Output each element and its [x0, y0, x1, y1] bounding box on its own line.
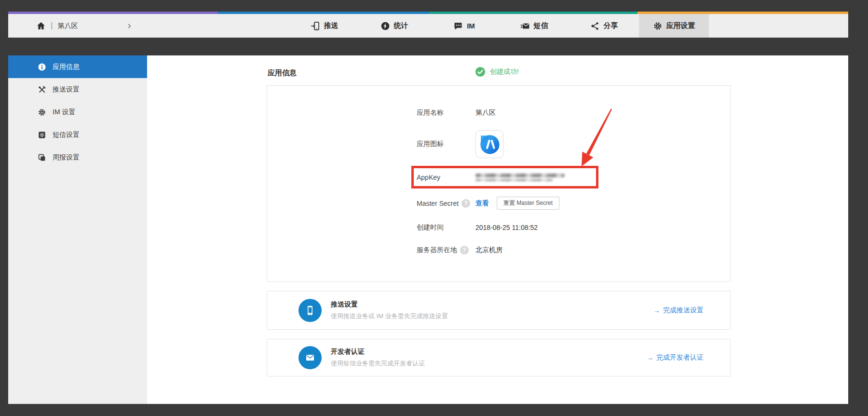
complete-push-settings-link[interactable]: → 完成推送设置: [653, 306, 704, 315]
card-subtitle: 使用推送业务或 IM 业务需先完成推送设置: [331, 312, 448, 321]
card-link-label: 完成推送设置: [663, 306, 704, 315]
info-icon: [38, 63, 46, 71]
push-settings-card: 推送设置 使用推送业务或 IM 业务需先完成推送设置 → 完成推送设置: [267, 291, 731, 330]
copies-icon: [38, 153, 46, 162]
envelope-icon: [298, 346, 322, 369]
breadcrumb: | 第八区: [36, 14, 133, 38]
sidebar-item-label: 短信设置: [53, 131, 80, 139]
sms-envelope-icon: [520, 21, 530, 31]
settings-sidebar: 应用信息 推送设置 IM 设置 短信设置 周报设置: [8, 55, 147, 404]
field-label: Master Secret ?: [417, 199, 475, 208]
card-link-label: 完成开发者认证: [656, 353, 704, 362]
field-appkey: AppKey: [417, 172, 720, 183]
chat-bubble-icon: [453, 21, 463, 31]
sidebar-item-label: 推送设置: [53, 85, 80, 94]
master-secret-label: Master Secret: [417, 200, 459, 207]
breadcrumb-separator: |: [51, 21, 53, 30]
success-badge: 创建成功!: [475, 67, 519, 77]
smartphone-icon: [298, 299, 322, 322]
nav-tabs: 推送 统计 IM 短信: [289, 14, 709, 38]
card-title: 开发者认证: [331, 348, 425, 356]
gear-icon: [653, 21, 663, 31]
appkey-masked-value: [475, 174, 565, 181]
tab-im[interactable]: IM: [429, 14, 499, 38]
complete-developer-verification-link[interactable]: → 完成开发者认证: [647, 353, 704, 362]
sidebar-item-push-settings[interactable]: 推送设置: [8, 78, 147, 101]
badge-gear-icon: [38, 131, 46, 139]
server-location-label: 服务器所在地: [417, 246, 457, 255]
tab-push[interactable]: 推送: [289, 14, 359, 38]
success-text: 创建成功!: [490, 67, 519, 76]
help-icon[interactable]: ?: [460, 246, 469, 255]
tab-app-settings[interactable]: 应用设置: [639, 14, 709, 38]
arrow-right-icon: →: [653, 307, 660, 314]
push-icon: [311, 21, 320, 31]
field-label: 应用名称: [417, 108, 475, 117]
field-master-secret: Master Secret ? 查看 重置 Master Secret: [417, 197, 720, 210]
breadcrumb-app-name[interactable]: 第八区: [57, 22, 78, 30]
server-location-value: 北京机房: [475, 246, 502, 255]
field-app-name: 应用名称 第八区: [417, 107, 720, 119]
tab-share[interactable]: 分享: [569, 14, 639, 38]
arrow-right-icon: →: [647, 354, 653, 362]
tab-stats[interactable]: 统计: [359, 14, 429, 38]
help-icon[interactable]: ?: [461, 199, 470, 208]
card-subtitle: 使用短信业务需先完成开发者认证: [331, 359, 425, 368]
field-created-time: 创建时间 2018-08-25 11:08:52: [417, 222, 720, 233]
sidebar-item-label: IM 设置: [53, 108, 75, 117]
chevron-right-icon[interactable]: [126, 23, 133, 29]
stats-icon: [380, 21, 390, 31]
tab-label: 分享: [604, 21, 618, 30]
tab-sms[interactable]: 短信: [499, 14, 569, 38]
field-label: AppKey: [417, 174, 475, 181]
sidebar-item-weekly-report-settings[interactable]: 周报设置: [8, 146, 147, 169]
app-icon-image[interactable]: [475, 130, 503, 158]
tab-label: 推送: [324, 21, 339, 30]
tab-label: 应用设置: [666, 21, 695, 30]
tab-label: 短信: [534, 21, 548, 30]
view-master-secret-link[interactable]: 查看: [475, 199, 489, 208]
gear-icon: [38, 108, 46, 117]
field-label: 创建时间: [417, 223, 475, 232]
field-label: 服务器所在地 ?: [417, 246, 475, 255]
app-name-value: 第八区: [475, 108, 496, 117]
field-app-icon: 应用图标: [417, 130, 720, 158]
sidebar-item-app-info[interactable]: 应用信息: [8, 55, 147, 78]
sidebar-item-label: 应用信息: [53, 63, 80, 71]
top-navigation-bar: | 第八区 推送 统计 IM: [8, 12, 848, 38]
app-info-box: 应用名称 第八区 应用图标: [267, 85, 731, 282]
tab-label: 统计: [394, 21, 408, 30]
card-title: 推送设置: [331, 300, 448, 309]
tools-icon: [38, 85, 46, 94]
created-time-value: 2018-08-25 11:08:52: [475, 224, 538, 231]
field-label: 应用图标: [417, 140, 475, 148]
sidebar-item-label: 周报设置: [53, 153, 80, 162]
field-server-location: 服务器所在地 ? 北京机房: [417, 244, 720, 256]
home-icon[interactable]: [36, 21, 46, 31]
sidebar-item-sms-settings[interactable]: 短信设置: [8, 123, 147, 146]
developer-verification-card: 开发者认证 使用短信业务需先完成开发者认证 → 完成开发者认证: [267, 339, 731, 376]
reset-master-secret-button[interactable]: 重置 Master Secret: [497, 197, 559, 210]
app-settings-panel: 应用信息 推送设置 IM 设置 短信设置 周报设置: [8, 55, 848, 404]
tab-label: IM: [467, 22, 475, 30]
app-info-content: 应用信息 创建成功! 应用名称 第八区 应用图标: [147, 55, 848, 404]
check-circle-icon: [475, 67, 486, 77]
sidebar-item-im-settings[interactable]: IM 设置: [8, 101, 147, 123]
page-title: 应用信息: [268, 68, 297, 78]
share-icon: [590, 21, 600, 31]
